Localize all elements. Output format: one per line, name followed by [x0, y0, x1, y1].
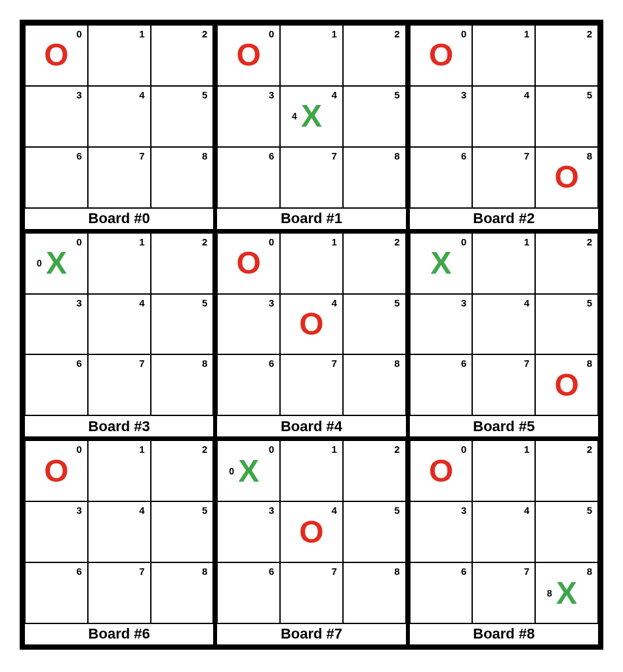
board-0-cell-7[interactable]: 7 — [88, 147, 151, 208]
board-1-cell-3[interactable]: 3 — [217, 86, 280, 147]
board-8-cell-0[interactable]: 0O — [410, 440, 473, 501]
board-5-cell-6[interactable]: 6 — [410, 354, 473, 415]
board-4-cell-3[interactable]: 3 — [217, 294, 280, 355]
board-1-cell-5[interactable]: 5 — [343, 86, 406, 147]
board-5-cell-3[interactable]: 3 — [410, 294, 473, 355]
board-3-cell-7[interactable]: 7 — [88, 354, 151, 415]
board-6-cell-3[interactable]: 3 — [25, 501, 88, 562]
board-1-cell-6[interactable]: 6 — [217, 147, 280, 208]
board-7-cell-8[interactable]: 8 — [343, 562, 406, 623]
board-1-cell-1[interactable]: 1 — [280, 25, 343, 86]
board-7-cell-2[interactable]: 2 — [343, 440, 406, 501]
board-3-cell-4[interactable]: 4 — [88, 294, 151, 355]
board-4-cell-8[interactable]: 8 — [343, 354, 406, 415]
board-2-cell-5[interactable]: 5 — [535, 86, 598, 147]
o-mark-icon: O — [237, 247, 261, 279]
board-0-cell-3[interactable]: 3 — [25, 86, 88, 147]
o-mark-icon: O — [44, 39, 68, 71]
cell-index: 3 — [76, 297, 81, 308]
board-3-cell-8[interactable]: 8 — [151, 354, 214, 415]
board-0-cell-8[interactable]: 8 — [151, 147, 214, 208]
board-5-cell-4[interactable]: 4 — [472, 294, 535, 355]
board-7-cell-4[interactable]: 4O — [280, 501, 343, 562]
cell-index: 1 — [139, 444, 144, 455]
board-7-cell-3[interactable]: 3 — [217, 501, 280, 562]
board-4-cell-4[interactable]: 4O — [280, 294, 343, 355]
board-2-cell-4[interactable]: 4 — [472, 86, 535, 147]
board-2-cell-7[interactable]: 7 — [472, 147, 535, 208]
board-4-cell-1[interactable]: 1 — [280, 233, 343, 294]
o-mark-icon: O — [554, 369, 578, 401]
board-7-cell-1[interactable]: 1 — [280, 440, 343, 501]
board-2-cell-8[interactable]: 8O — [535, 147, 598, 208]
cell-index: 0 — [461, 236, 466, 247]
board-7-cell-5[interactable]: 5 — [343, 501, 406, 562]
board-0-cell-5[interactable]: 5 — [151, 86, 214, 147]
board-0-cell-6[interactable]: 6 — [25, 147, 88, 208]
board-8-cell-7[interactable]: 7 — [472, 562, 535, 623]
board-8: 0O12345678X8Board #8 — [408, 438, 600, 646]
cell-index: 4 — [524, 89, 529, 100]
board-8-cell-2[interactable]: 2 — [535, 440, 598, 501]
board-4-cell-0[interactable]: 0O — [217, 233, 280, 294]
board-8-cell-6[interactable]: 6 — [410, 562, 473, 623]
board-0-cell-2[interactable]: 2 — [151, 25, 214, 86]
board-5-cell-1[interactable]: 1 — [472, 233, 535, 294]
board-3-cell-1[interactable]: 1 — [88, 233, 151, 294]
board-6-cell-5[interactable]: 5 — [151, 501, 214, 562]
cell-index: 8 — [587, 358, 592, 369]
cell-index: 4 — [332, 89, 337, 100]
board-4-cell-2[interactable]: 2 — [343, 233, 406, 294]
cell-index: 7 — [139, 150, 144, 161]
board-5-cell-7[interactable]: 7 — [472, 354, 535, 415]
board-7-cell-7[interactable]: 7 — [280, 562, 343, 623]
board-4-cell-7[interactable]: 7 — [280, 354, 343, 415]
board-8-cell-1[interactable]: 1 — [472, 440, 535, 501]
board-6-cell-2[interactable]: 2 — [151, 440, 214, 501]
board-6-cell-7[interactable]: 7 — [88, 562, 151, 623]
x-mark-icon: X4 — [301, 100, 322, 132]
board-6-cell-8[interactable]: 8 — [151, 562, 214, 623]
board-2-cell-1[interactable]: 1 — [472, 25, 535, 86]
board-7-cell-0[interactable]: 0X0 — [217, 440, 280, 501]
board-5-cell-2[interactable]: 2 — [535, 233, 598, 294]
board-4-cell-6[interactable]: 6 — [217, 354, 280, 415]
x-mark-icon: X8 — [556, 578, 577, 609]
board-8-cell-3[interactable]: 3 — [410, 501, 473, 562]
x-mark-icon: X0 — [238, 455, 259, 487]
board-3-cell-6[interactable]: 6 — [25, 354, 88, 415]
board-8-cell-5[interactable]: 5 — [535, 501, 598, 562]
board-4-cell-5[interactable]: 5 — [343, 294, 406, 355]
board-8-cell-4[interactable]: 4 — [472, 501, 535, 562]
cell-index: 4 — [139, 297, 144, 308]
board-0-cell-0[interactable]: 0O — [25, 25, 88, 86]
board-1-cell-7[interactable]: 7 — [280, 147, 343, 208]
board-6-cell-4[interactable]: 4 — [88, 501, 151, 562]
board-0-cell-4[interactable]: 4 — [88, 86, 151, 147]
board-2-cell-2[interactable]: 2 — [535, 25, 598, 86]
board-2-cell-0[interactable]: 0O — [410, 25, 473, 86]
board-label: Board #2 — [410, 208, 598, 229]
board-1-cell-0[interactable]: 0O — [217, 25, 280, 86]
board-2-cell-3[interactable]: 3 — [410, 86, 473, 147]
board-0-cell-1[interactable]: 1 — [88, 25, 151, 86]
cell-index: 6 — [76, 150, 81, 161]
cell-index: 7 — [332, 566, 337, 577]
board-5-cell-8[interactable]: 8O — [535, 354, 598, 415]
board-5-cell-5[interactable]: 5 — [535, 294, 598, 355]
board-1-cell-2[interactable]: 2 — [343, 25, 406, 86]
board-3-cell-3[interactable]: 3 — [25, 294, 88, 355]
board-5-cell-0[interactable]: 0X — [410, 233, 473, 294]
board-3-cell-0[interactable]: 0X0 — [25, 233, 88, 294]
board-1-cell-8[interactable]: 8 — [343, 147, 406, 208]
board-2-cell-6[interactable]: 6 — [410, 147, 473, 208]
board-3-cell-5[interactable]: 5 — [151, 294, 214, 355]
board-3-cell-2[interactable]: 2 — [151, 233, 214, 294]
board-6-cell-0[interactable]: 0O — [25, 440, 88, 501]
board-1-cell-4[interactable]: 4X4 — [280, 86, 343, 147]
board-6-cell-1[interactable]: 1 — [88, 440, 151, 501]
board-8-cell-8[interactable]: 8X8 — [535, 562, 598, 623]
cell-index: 7 — [524, 150, 529, 161]
board-6-cell-6[interactable]: 6 — [25, 562, 88, 623]
board-7-cell-6[interactable]: 6 — [217, 562, 280, 623]
